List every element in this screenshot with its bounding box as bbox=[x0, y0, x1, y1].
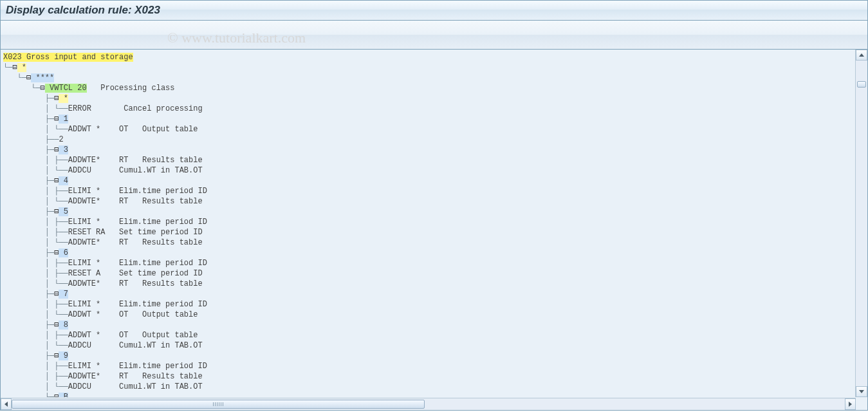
tree-node-text: ADDWT * OT Output table bbox=[68, 310, 198, 319]
tree-node-text: ADDWTE* RT Results table bbox=[68, 197, 203, 206]
tree-connector: ├─ bbox=[3, 393, 54, 397]
tree-line[interactable]: │ ├──ELIMI * Elim.time period ID bbox=[3, 361, 867, 371]
tree-node-key: 7 bbox=[59, 290, 68, 299]
tree-line[interactable]: │ └──ADDWTE* RT Results table bbox=[3, 196, 867, 207]
triangle-right-icon bbox=[849, 402, 852, 407]
tree-node-text: ADDCU Cumul.WT in TAB.OT bbox=[68, 341, 203, 350]
tree-line[interactable]: ├─⊟ B bbox=[3, 392, 867, 397]
tree-connector: ├─ bbox=[3, 290, 54, 299]
expand-collapse-icon[interactable]: ⊟ bbox=[12, 63, 17, 72]
tree-connector: ├─ bbox=[3, 248, 54, 257]
tree-connector: ├── bbox=[3, 135, 59, 144]
tree-connector: │ └── bbox=[3, 238, 68, 247]
rule-description: Gross input and storage bbox=[22, 53, 133, 62]
tree-line[interactable]: └─⊟ VWTCL 20 Processing class bbox=[3, 83, 867, 93]
tree-line[interactable]: │ ├──ADDWTE* RT Results table bbox=[3, 371, 867, 382]
tree-connector: ├─ bbox=[3, 321, 54, 330]
tree-node-key: * bbox=[59, 94, 68, 103]
tree-connector: │ └── bbox=[3, 341, 68, 350]
tree-line[interactable]: ├─⊟ 7 bbox=[3, 289, 867, 299]
vertical-scrollbar[interactable] bbox=[855, 50, 867, 397]
hscroll-thumb[interactable] bbox=[12, 400, 425, 409]
tree-line[interactable]: │ └──ERROR Cancel processing bbox=[3, 104, 867, 114]
calculation-rule-tree[interactable]: X023 Gross input and storage└─⊟ * └─⊟ **… bbox=[1, 50, 867, 397]
tree-connector: │ ├── bbox=[3, 218, 68, 227]
tree-line[interactable]: ├──2 bbox=[3, 135, 867, 145]
tree-connector: └─ bbox=[3, 84, 41, 93]
tree-connector: │ ├── bbox=[3, 259, 68, 268]
tree-node-key: * bbox=[17, 63, 26, 72]
tree-line[interactable]: │ └──ADDWT * OT Output table bbox=[3, 310, 867, 320]
tree-connector: │ └── bbox=[3, 125, 68, 134]
tree-node-key: 1 bbox=[59, 115, 68, 124]
vscroll-track[interactable] bbox=[856, 61, 867, 386]
tree-root-line[interactable]: X023 Gross input and storage bbox=[3, 52, 867, 62]
tree-node-text: ADDWT * OT Output table bbox=[68, 331, 198, 340]
tree-connector: │ ├── bbox=[3, 269, 68, 278]
tree-line[interactable]: │ ├──ELIMI * Elim.time period ID bbox=[3, 258, 867, 268]
tree-node-text: RESET A Set time period ID bbox=[68, 269, 203, 278]
triangle-up-icon bbox=[859, 53, 864, 57]
tree-line[interactable]: │ ├──ELIMI * Elim.time period ID bbox=[3, 217, 867, 227]
tree-node-key: 6 bbox=[59, 248, 68, 257]
tree-connector: │ └── bbox=[3, 166, 68, 175]
tree-line[interactable]: │ ├──RESET A Set time period ID bbox=[3, 268, 867, 279]
tree-connector: │ ├── bbox=[3, 331, 68, 340]
tree-line[interactable]: │ └──ADDWT * OT Output table bbox=[3, 124, 867, 135]
window-title-bar: Display calculation rule: X023 bbox=[0, 0, 868, 21]
tree-line[interactable]: └─⊟ * bbox=[3, 62, 867, 73]
tree-line[interactable]: ├─⊟ 6 bbox=[3, 248, 867, 258]
tree-line[interactable]: │ ├──ADDWTE* RT Results table bbox=[3, 155, 867, 165]
horizontal-scrollbar[interactable] bbox=[1, 398, 856, 410]
tree-node-key: 9 bbox=[59, 351, 68, 360]
tree-line[interactable]: │ └──ADDCU Cumul.WT in TAB.OT bbox=[3, 382, 867, 392]
scroll-right-button[interactable] bbox=[845, 398, 856, 410]
tree-node-text: RESET RA Set time period ID bbox=[68, 228, 203, 237]
tree-line[interactable]: ├─⊟ 9 bbox=[3, 351, 867, 361]
tree-connector: │ ├── bbox=[3, 156, 68, 165]
scroll-down-button[interactable] bbox=[856, 386, 867, 397]
tree-connector: │ ├── bbox=[3, 187, 68, 196]
tree-line[interactable]: └─⊟ **** bbox=[3, 73, 867, 83]
tree-node-text: ADDWT * OT Output table bbox=[68, 125, 198, 134]
tree-node-text: ADDWTE* RT Results table bbox=[68, 372, 203, 381]
scroll-up-button[interactable] bbox=[856, 50, 867, 61]
tree-line[interactable]: │ ├──RESET RA Set time period ID bbox=[3, 227, 867, 237]
tree-line[interactable]: ├─⊟ * bbox=[3, 93, 867, 104]
tree-line[interactable]: │ ├──ELIMI * Elim.time period ID bbox=[3, 299, 867, 310]
vscroll-thumb[interactable] bbox=[857, 81, 866, 88]
tree-line[interactable]: ├─⊟ 8 bbox=[3, 320, 867, 330]
tree-line[interactable]: │ └──ADDWTE* RT Results table bbox=[3, 237, 867, 248]
tree-node-text: 2 bbox=[59, 135, 63, 144]
hscroll-track[interactable] bbox=[12, 398, 845, 410]
scroll-left-button[interactable] bbox=[1, 398, 12, 410]
tree-line[interactable]: │ └──ADDCU Cumul.WT in TAB.OT bbox=[3, 340, 867, 351]
tree-node-key: 5 bbox=[59, 207, 68, 216]
tree-line[interactable]: ├─⊟ 3 bbox=[3, 145, 867, 155]
tree-connector: │ ├── bbox=[3, 362, 68, 371]
tree-line[interactable]: ├─⊟ 4 bbox=[3, 176, 867, 186]
tree-connector: │ └── bbox=[3, 197, 68, 206]
tree-connector: ├─ bbox=[3, 176, 54, 185]
expand-collapse-icon[interactable]: ⊟ bbox=[41, 84, 45, 93]
tree-node-key: B bbox=[59, 393, 68, 397]
tree-connector: └─ bbox=[3, 73, 26, 82]
tree-node-text: ELIMI * Elim.time period ID bbox=[68, 218, 207, 227]
tree-line[interactable]: ├─⊟ 1 bbox=[3, 114, 867, 124]
tree-node-text: ADDCU Cumul.WT in TAB.OT bbox=[68, 166, 203, 175]
tree-line[interactable]: │ ├──ELIMI * Elim.time period ID bbox=[3, 186, 867, 196]
tree-node-text: ELIMI * Elim.time period ID bbox=[68, 362, 207, 371]
tree-connector: │ └── bbox=[3, 279, 68, 288]
tree-connector: │ ├── bbox=[3, 228, 68, 237]
tree-connector: │ ├── bbox=[3, 300, 68, 309]
tree-line[interactable]: │ ├──ADDWT * OT Output table bbox=[3, 330, 867, 340]
tree-node-text: ELIMI * Elim.time period ID bbox=[68, 187, 207, 196]
tree-node-text: ERROR Cancel processing bbox=[68, 104, 203, 113]
tree-line[interactable]: │ └──ADDCU Cumul.WT in TAB.OT bbox=[3, 165, 867, 176]
tree-line[interactable]: │ └──ADDWTE* RT Results table bbox=[3, 279, 867, 289]
tree-node-key: VWTCL 20 bbox=[45, 84, 87, 93]
tree-connector: ├─ bbox=[3, 94, 54, 103]
tree-line[interactable]: ├─⊟ 5 bbox=[3, 207, 867, 217]
tree-connector: ├─ bbox=[3, 351, 54, 360]
tree-connector: └─ bbox=[3, 63, 12, 72]
